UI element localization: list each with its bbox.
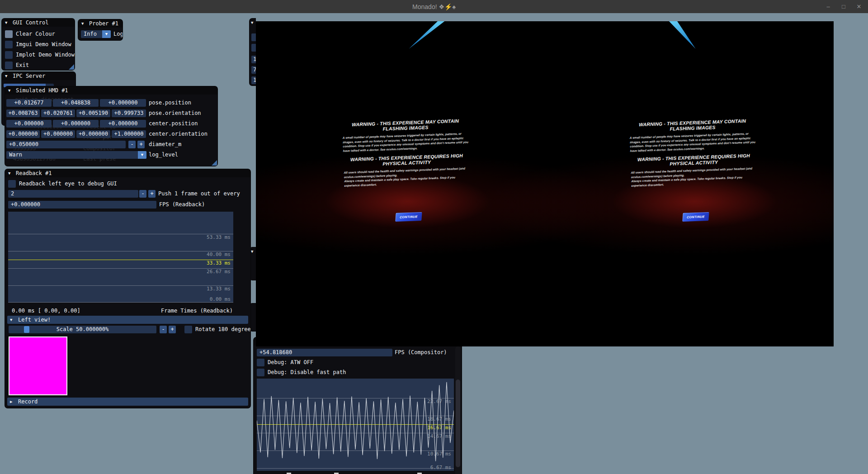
diameter-label: diameter_m (149, 141, 181, 148)
readback-left-eye-label: Readback left eye to debug GUI (19, 180, 117, 188)
rotate-180-label: Rotate 180 degrees (195, 326, 251, 333)
readback-frame-times-plot[interactable]: 53.33 ms40.00 ms33.33 ms26.67 ms13.33 ms… (8, 212, 233, 303)
resize-grip[interactable] (69, 64, 74, 70)
pose-orientation-x[interactable]: +0.008763 (6, 109, 40, 117)
hmd-title: Simulated HMD #1 (16, 86, 68, 95)
prober-titlebar[interactable]: ▼ Prober #1 (78, 19, 123, 28)
left-view-header-label: Left view! (18, 316, 51, 324)
window-gui-control: ▼ GUI Control Clear Colour Imgui Demo Wi… (1, 18, 75, 71)
continue-button[interactable]: CONTINUE (395, 212, 422, 222)
continue-button[interactable]: CONTINUE (682, 212, 709, 222)
debug-atw-label: Debug: ATW OFF (268, 359, 313, 366)
occluded-input: 1 (251, 76, 256, 84)
gui-control-titlebar[interactable]: ▼ GUI Control (2, 19, 75, 27)
minimize-icon[interactable]: – (825, 3, 832, 10)
imgui-demo-checkbox[interactable] (5, 41, 13, 48)
scale-slider[interactable]: Scale 50.000000% (9, 326, 156, 333)
center-orientation-w[interactable]: +1.000000 (112, 130, 146, 138)
occluded-window-sliver-top: ▼ 1 7 1 (249, 18, 256, 86)
prober-log-button[interactable]: Log (113, 30, 123, 38)
exit-label: Exit (16, 62, 29, 69)
collapse-arrow-icon: ▼ (10, 316, 12, 324)
record-header-label: Record (18, 398, 38, 406)
record-header[interactable]: ▶ Record (7, 398, 248, 406)
hmd-titlebar[interactable]: ▼ Simulated HMD #1 (5, 86, 217, 95)
center-orientation-y[interactable]: +0.000000 (41, 130, 75, 138)
left-view-header[interactable]: ▼ Left view! (7, 316, 248, 324)
gui-control-title: GUI Control (13, 19, 48, 27)
collapse-arrow-icon[interactable]: ▼ (5, 19, 7, 27)
implot-demo-label: Implot Demo Window (16, 51, 75, 59)
debug-fastpath-checkbox[interactable] (257, 369, 264, 376)
diameter-plus-button[interactable]: + (137, 141, 145, 148)
push-frames-minus-button[interactable]: - (139, 190, 146, 198)
collapse-arrow-icon[interactable]: ▼ (8, 86, 10, 95)
push-frames-input[interactable]: 2 (8, 190, 138, 198)
pose-orientation-w[interactable]: +0.999733 (112, 109, 146, 117)
clear-colour-checkbox[interactable] (5, 30, 13, 38)
compositor-fps-input[interactable]: +54.818680 (257, 349, 392, 356)
pose-position-label: pose.position (149, 99, 191, 107)
ipc-title: IPC Server (13, 72, 45, 80)
compositor-frame-times-plot[interactable]: 22.67 ms18.67 ms16.67 ms14.67 ms10.67 ms… (257, 379, 454, 471)
occluded-input (251, 33, 256, 41)
exit-checkbox[interactable] (5, 62, 13, 69)
center-position-z[interactable]: +0.000000 (100, 120, 146, 128)
occluded-input: 1 (251, 56, 256, 63)
push-frames-plus-button[interactable]: + (148, 190, 156, 198)
scrollbar-grab[interactable] (456, 379, 460, 467)
debug-fastpath-label: Debug: Disable fast path (268, 369, 346, 376)
pose-position-y[interactable]: +0.048838 (53, 99, 99, 107)
window-compositor: ▼ +54.818680 FPS (Compositor) Debug: ATW… (253, 337, 462, 474)
implot-demo-checkbox[interactable] (5, 51, 13, 59)
window-simulated-hmd: ▼ Simulated HMD #1 exit on disconnectrun… (5, 86, 218, 166)
log-level-combo[interactable]: Warn (6, 151, 146, 159)
prober-title: Prober #1 (89, 19, 118, 28)
debug-atw-checkbox[interactable] (257, 359, 264, 366)
center-position-y[interactable]: +0.000000 (53, 120, 99, 128)
resize-grip[interactable] (212, 160, 217, 166)
center-orientation-x[interactable]: +0.000000 (6, 130, 40, 138)
left-eye-readback-image (9, 337, 67, 395)
rotate-180-checkbox[interactable] (184, 326, 192, 333)
pose-position-x[interactable]: +0.012677 (6, 99, 52, 107)
lens-flare-streak-right (667, 21, 698, 50)
diameter-minus-button[interactable]: - (128, 141, 136, 148)
warning-body-activity: All users should read the health and saf… (344, 166, 471, 188)
ipc-titlebar[interactable]: ▼ IPC Server (2, 72, 75, 80)
imgui-demo-label: Imgui Demo Window (16, 41, 71, 48)
collapse-arrow-icon[interactable]: ▼ (81, 19, 84, 28)
right-eye-warning: WARNING - THIS EXPERIENCE MAY CONTAIN FL… (629, 118, 760, 240)
scale-minus-button[interactable]: - (160, 326, 167, 333)
warning-title-flashing: WARNING - THIS EXPERIENCE MAY CONTAIN FL… (629, 118, 756, 133)
occluded-input: 7 (251, 66, 256, 74)
combo-dropdown-icon[interactable]: ▼ (138, 151, 146, 159)
vr-eye-preview: WARNING - THIS EXPERIENCE MAY CONTAIN FL… (256, 21, 834, 346)
pose-orientation-z[interactable]: +0.005190 (76, 109, 110, 117)
pose-position-z[interactable]: +0.000000 (100, 99, 146, 107)
readback-fps-label: FPS (Readback) (159, 201, 205, 209)
readback-titlebar[interactable]: ▼ Readback #1 (5, 169, 250, 177)
collapse-arrow-icon[interactable]: ▼ (8, 169, 10, 177)
close-icon[interactable]: ✕ (855, 3, 863, 10)
warning-body-activity: All users should read the health and saf… (631, 166, 758, 188)
collapse-arrow-icon[interactable]: ▼ (5, 72, 7, 80)
occluded-input (251, 44, 256, 52)
combo-dropdown-icon[interactable]: ▼ (102, 30, 111, 38)
readback-left-eye-checkbox[interactable] (8, 180, 16, 188)
warning-title-flashing: WARNING - THIS EXPERIENCE MAY CONTAIN FL… (342, 118, 469, 133)
center-position-x[interactable]: +0.000000 (6, 120, 52, 128)
readback-plot-title: Frame Times (Readback) (161, 307, 233, 315)
diameter-input[interactable]: +0.050000 (6, 141, 126, 148)
center-orientation-label: center.orientation (149, 130, 208, 138)
pose-orientation-y[interactable]: +0.020761 (41, 109, 75, 117)
log-level-label: log_level (149, 151, 178, 159)
warning-title-activity: WARNING - THIS EXPERIENCE REQUIRES HIGH … (630, 152, 757, 168)
scale-plus-button[interactable]: + (169, 326, 176, 333)
lens-flare-streak-left (407, 21, 445, 50)
center-orientation-z[interactable]: +0.000000 (76, 130, 110, 138)
center-position-label: center.position (149, 120, 198, 128)
maximize-icon[interactable]: □ (840, 3, 847, 10)
os-titlebar: Monado! ❖⚡♠ – □ ✕ (0, 0, 868, 13)
readback-fps-input[interactable]: +0.000000 (8, 201, 156, 209)
